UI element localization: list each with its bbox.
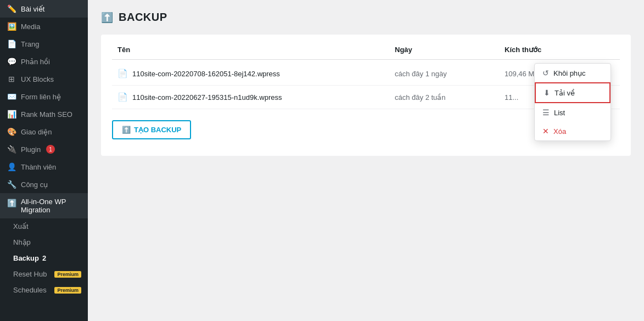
- tai-ve-icon: ⬇: [544, 88, 550, 97]
- create-backup-icon: ⬆️: [122, 126, 131, 134]
- create-backup-button[interactable]: ⬆️ TẠO BACKUP: [112, 120, 191, 139]
- backup-badge: 2: [42, 254, 46, 262]
- col-header-action: [592, 46, 614, 54]
- context-menu-tai-ve[interactable]: ⬇ Tải về: [535, 82, 611, 103]
- sidebar-label-cong-cu: Công cụ: [21, 181, 48, 189]
- sidebar-label-trang: Trang: [21, 40, 39, 48]
- filename-1: 110site-com-20220708-162051-8ej142.wpres…: [132, 70, 280, 78]
- date-cell-1: cách đây 1 ngày: [395, 70, 505, 78]
- plugin-icon: 🔌: [7, 145, 16, 154]
- sidebar: ✏️ Bài viết 🖼️ Media 📄 Trang 💬 Phản hồi …: [0, 0, 88, 321]
- schedules-premium-badge: Premium: [54, 287, 81, 294]
- sidebar-item-ux-blocks[interactable]: ⊞ UX Blocks: [0, 70, 88, 88]
- sidebar-item-media[interactable]: 🖼️ Media: [0, 18, 88, 35]
- sidebar-label-form: Form liên hệ: [21, 93, 61, 101]
- rank-math-icon: 📊: [7, 110, 16, 119]
- main-content: ⬆️ BACKUP Tên Ngày Kích thước 📄 110site-…: [88, 0, 644, 321]
- sidebar-label-giao-dien: Giao diện: [21, 128, 52, 136]
- submenu-label-backup: Backup: [13, 254, 39, 262]
- page-header: ⬆️ BACKUP: [101, 11, 631, 24]
- create-backup-label: TẠO BACKUP: [134, 126, 181, 134]
- phan-hoi-icon: 💬: [7, 57, 16, 66]
- sidebar-item-phan-hoi[interactable]: 💬 Phản hồi: [0, 53, 88, 70]
- sidebar-label-media: Media: [21, 22, 40, 31]
- list-label: List: [554, 109, 565, 117]
- col-header-date: Ngày: [395, 46, 505, 54]
- thanh-vien-icon: 👤: [7, 162, 16, 171]
- sidebar-item-all-in-one[interactable]: ⬆️ All-in-One WP Migration: [0, 193, 88, 218]
- file-icon-1: 📄: [117, 69, 128, 78]
- submenu-label-nhap: Nhập: [13, 238, 31, 246]
- context-menu-list[interactable]: ☰ List: [535, 103, 611, 122]
- context-menu-khoi-phuc[interactable]: ↺ Khôi phục: [535, 64, 611, 82]
- sidebar-submenu-nhap[interactable]: Nhập: [0, 234, 88, 250]
- plugin-badge: 1: [46, 145, 55, 154]
- xoa-icon: ✕: [542, 127, 549, 136]
- sidebar-item-cong-cu[interactable]: 🔧 Công cụ: [0, 176, 88, 193]
- context-menu-xoa[interactable]: ✕ Xóa: [535, 122, 611, 140]
- filename-2: 110site-com-20220627-195315-n1ud9k.wpres…: [132, 93, 282, 102]
- sidebar-item-bai-viet[interactable]: ✏️ Bài viết: [0, 0, 88, 18]
- col-header-size: Kích thước: [505, 46, 592, 54]
- tai-ve-label: Tải về: [555, 89, 575, 97]
- sidebar-label-bai-viet: Bài viết: [21, 5, 44, 13]
- ux-blocks-icon: ⊞: [7, 75, 16, 83]
- reset-hub-premium-badge: Premium: [54, 271, 81, 278]
- xoa-label: Xóa: [553, 127, 566, 136]
- trang-icon: 📄: [7, 40, 16, 48]
- sidebar-label-rank-math: Rank Math SEO: [21, 110, 72, 119]
- table-header: Tên Ngày Kích thước: [112, 46, 620, 60]
- col-header-name: Tên: [117, 46, 395, 54]
- file-icon-2: 📄: [117, 92, 128, 102]
- form-icon: ✉️: [7, 92, 16, 101]
- file-cell-2: 📄 110site-com-20220627-195315-n1ud9k.wpr…: [117, 92, 395, 102]
- all-in-one-icon: ⬆️: [7, 199, 16, 207]
- bai-viet-icon: ✏️: [7, 4, 16, 13]
- khoi-phuc-icon: ↺: [542, 69, 549, 77]
- context-menu: ↺ Khôi phục ⬇ Tải về ☰ List ✕ Xóa: [534, 63, 611, 141]
- sidebar-label-plugin: Plugin: [21, 145, 41, 154]
- sidebar-item-thanh-vien[interactable]: 👤 Thành viên: [0, 158, 88, 176]
- list-icon: ☰: [542, 108, 550, 117]
- page-header-icon: ⬆️: [101, 12, 113, 24]
- sidebar-label-phan-hoi: Phản hồi: [21, 58, 50, 66]
- sidebar-submenu-xuat[interactable]: Xuất: [0, 218, 88, 234]
- sidebar-submenu-reset-hub[interactable]: Reset Hub Premium: [0, 266, 88, 282]
- sidebar-submenu: Xuất Nhập Backup 2 Reset Hub Premium Sch…: [0, 218, 88, 298]
- sidebar-item-plugin[interactable]: 🔌 Plugin 1: [0, 140, 88, 158]
- submenu-label-schedules: Schedules: [13, 286, 47, 294]
- submenu-label-xuat: Xuất: [13, 222, 29, 230]
- sidebar-label-all-in-one: All-in-One WP Migration: [21, 198, 81, 214]
- sidebar-item-giao-dien[interactable]: 🎨 Giao diện: [0, 123, 88, 140]
- khoi-phuc-label: Khôi phục: [553, 69, 586, 77]
- file-cell-1: 📄 110site-com-20220708-162051-8ej142.wpr…: [117, 69, 395, 78]
- sidebar-item-form[interactable]: ✉️ Form liên hệ: [0, 88, 88, 105]
- sidebar-item-rank-math[interactable]: 📊 Rank Math SEO: [0, 105, 88, 123]
- giao-dien-icon: 🎨: [7, 127, 16, 136]
- sidebar-submenu-backup[interactable]: Backup 2: [0, 250, 88, 266]
- sidebar-label-thanh-vien: Thành viên: [21, 163, 56, 171]
- sidebar-item-trang[interactable]: 📄 Trang: [0, 35, 88, 53]
- sidebar-label-ux-blocks: UX Blocks: [21, 75, 54, 83]
- media-icon: 🖼️: [7, 22, 16, 31]
- submenu-label-reset-hub: Reset Hub: [13, 270, 47, 278]
- sidebar-submenu-schedules[interactable]: Schedules Premium: [0, 282, 88, 298]
- cong-cu-icon: 🔧: [7, 180, 16, 189]
- page-title: BACKUP: [119, 11, 167, 24]
- date-cell-2: cách đây 2 tuần: [395, 93, 505, 102]
